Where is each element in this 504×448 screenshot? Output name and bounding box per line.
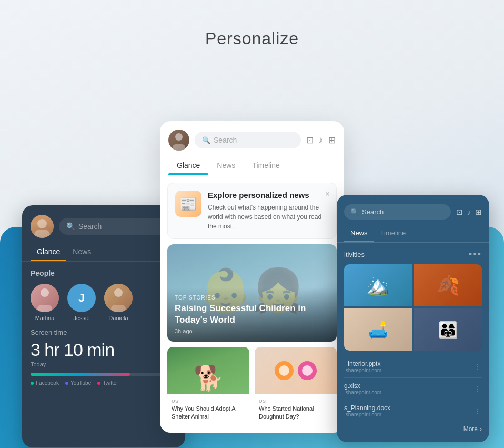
legend-dot-youtube: [65, 382, 68, 385]
tab-news-left[interactable]: News: [66, 243, 97, 261]
tab-news-right[interactable]: News: [344, 225, 374, 242]
file-more-icon-3[interactable]: ⋮: [474, 407, 482, 415]
person-avatar-daniela: [104, 284, 133, 312]
camera-icon[interactable]: ⊡: [306, 135, 314, 146]
news-category-big: TOP STORIES: [175, 295, 329, 301]
news-card-content-2: US Who Started National Doughnut Day?: [255, 394, 337, 425]
person-daniela[interactable]: Daniela: [104, 284, 133, 321]
file-name-3: s_Planning.docx: [344, 404, 470, 412]
file-name-2: g.xlsx: [344, 382, 470, 390]
screen-time-bar-fill: [31, 373, 130, 376]
news-card-small-2[interactable]: US Who Started National Doughnut Day?: [255, 347, 337, 425]
avatar-center: [168, 130, 189, 151]
search-bar-right[interactable]: 🔍 Search: [344, 204, 451, 220]
news-card-big[interactable]: 👶👧 TOP STORIES Raising Successful Childr…: [167, 244, 337, 342]
news-headline-big: Raising Successful Children in Today's W…: [175, 303, 329, 326]
news-card-img-2: [255, 347, 337, 394]
file-source-3: .sharepoint.com: [344, 412, 470, 417]
notif-desc: Check out what's happening around the wo…: [208, 203, 329, 231]
header-icons-center: ⊡ ♪ ⊞: [306, 135, 336, 146]
tab-timeline-center[interactable]: Timeline: [244, 156, 288, 175]
tab-glance-left[interactable]: Glance: [31, 243, 66, 261]
avatar-left: [31, 215, 54, 238]
file-item-2[interactable]: g.xlsx .sharepoint.com ⋮: [344, 378, 482, 400]
grid-icon-right[interactable]: ⊞: [475, 207, 482, 217]
search-bar-center[interactable]: 🔍 Search: [195, 132, 301, 148]
camera-icon-right[interactable]: ⊡: [456, 207, 463, 217]
news-small-cat-1: US: [172, 399, 245, 404]
person-name-daniela: Daniela: [108, 315, 128, 321]
file-source-1: .sharepoint.com: [344, 367, 470, 373]
photo-cell-interior: 🛋️: [344, 308, 412, 351]
news-card-content-1: US Why You Should Adopt A Shelter Animal: [167, 394, 249, 425]
search-icon-center: 🔍: [202, 136, 210, 144]
person-martina[interactable]: Martina: [31, 284, 59, 321]
photo-cell-autumn: 🍂: [414, 264, 482, 306]
news-row-small: 🐕 US Why You Should Adopt A Shelter Anim…: [167, 347, 337, 425]
tab-timeline-right[interactable]: Timeline: [374, 225, 412, 242]
donut-1: [275, 361, 294, 380]
activities-title: itivities: [344, 251, 365, 258]
tab-glance-center[interactable]: Glance: [168, 156, 208, 175]
photo-cell-mountains: 🏔️: [344, 264, 412, 306]
card-right: 🔍 Search ⊡ ♪ ⊞ News Timeline itivities •…: [337, 195, 489, 442]
news-card-bg: 👶👧 TOP STORIES Raising Successful Childr…: [167, 244, 337, 342]
legend-dot-facebook: [31, 382, 34, 385]
news-time-big: 3h ago: [175, 328, 329, 334]
tabs-right: News Timeline: [337, 225, 489, 243]
news-small-title-1: Why You Should Adopt A Shelter Animal: [172, 405, 245, 421]
card-center: 🔍 Search ⊡ ♪ ⊞ Glance News Timeline ×: [160, 121, 344, 433]
search-bar-left[interactable]: 🔍 Search: [59, 218, 177, 235]
search-icon-right: 🔍: [350, 208, 359, 216]
person-name-jessie: Jessie: [73, 315, 89, 321]
file-source-2: .sharepoint.com: [344, 390, 470, 395]
used-apps-header: used apps •••: [337, 436, 489, 442]
notif-icon: 📰: [175, 191, 201, 217]
grid-icon[interactable]: ⊞: [328, 135, 336, 146]
person-name-martina: Martina: [35, 315, 55, 321]
card-center-header: 🔍 Search ⊡ ♪ ⊞: [160, 121, 344, 151]
legend-facebook: Facebook: [31, 380, 59, 386]
file-item-1[interactable]: _Interior.pptx .sharepoint.com ⋮: [344, 356, 482, 378]
photo-grid: 🏔️ 🍂 🛋️ 👨‍👩‍👧: [344, 264, 482, 351]
legend-row: Facebook YouTube Twitter: [31, 380, 177, 386]
news-card-overlay: TOP STORIES Raising Successful Children …: [167, 287, 337, 342]
news-small-title-2: Who Started National Doughnut Day?: [259, 405, 332, 421]
legend-youtube: YouTube: [65, 380, 91, 386]
screen-time-label: Screen time: [31, 328, 177, 336]
legend-twitter: Twitter: [97, 380, 118, 386]
screen-time-value: 3 hr 10 min: [31, 340, 177, 360]
card-right-header: 🔍 Search ⊡ ♪ ⊞: [337, 195, 489, 225]
used-apps-title: used apps: [344, 441, 373, 442]
chevron-right-icon: ›: [480, 425, 482, 433]
person-avatar-jessie: J: [67, 284, 96, 312]
file-more-icon-1[interactable]: ⋮: [474, 363, 482, 371]
file-name-1: _Interior.pptx: [344, 360, 470, 367]
search-placeholder-center: Search: [214, 136, 237, 144]
activities-more-icon[interactable]: •••: [469, 249, 482, 260]
mic-icon[interactable]: ♪: [319, 135, 324, 145]
close-icon[interactable]: ×: [325, 190, 330, 199]
tab-news-center[interactable]: News: [208, 156, 244, 175]
news-card-img-1: 🐕: [167, 347, 249, 394]
file-item-3[interactable]: s_Planning.docx .sharepoint.com ⋮: [344, 400, 482, 422]
more-button[interactable]: More ›: [337, 422, 489, 436]
notification-banner: × 📰 Explore personalized news Check out …: [167, 183, 337, 239]
right-header-icons: ⊡ ♪ ⊞: [456, 207, 482, 217]
news-small-cat-2: US: [259, 399, 332, 404]
tabs-center: Glance News Timeline: [160, 156, 344, 175]
used-apps-more-icon[interactable]: •••: [472, 440, 482, 442]
screen-time-bar: [31, 373, 177, 376]
people-row: Martina J Jessie Daniela: [31, 284, 177, 321]
legend-dot-twitter: [97, 382, 100, 385]
person-jessie[interactable]: J Jessie: [67, 284, 96, 321]
cards-container: 🔍 Search Glance News People: [0, 89, 504, 448]
notif-title: Explore personalized news: [208, 191, 329, 200]
activities-header: itivities •••: [337, 249, 489, 264]
person-avatar-martina: [31, 284, 59, 312]
mic-icon-right[interactable]: ♪: [467, 207, 471, 217]
news-card-small-1[interactable]: 🐕 US Why You Should Adopt A Shelter Anim…: [167, 347, 249, 425]
file-list: _Interior.pptx .sharepoint.com ⋮ g.xlsx …: [337, 356, 489, 422]
screen-time-today: Today: [31, 361, 177, 367]
file-more-icon-2[interactable]: ⋮: [474, 385, 482, 393]
